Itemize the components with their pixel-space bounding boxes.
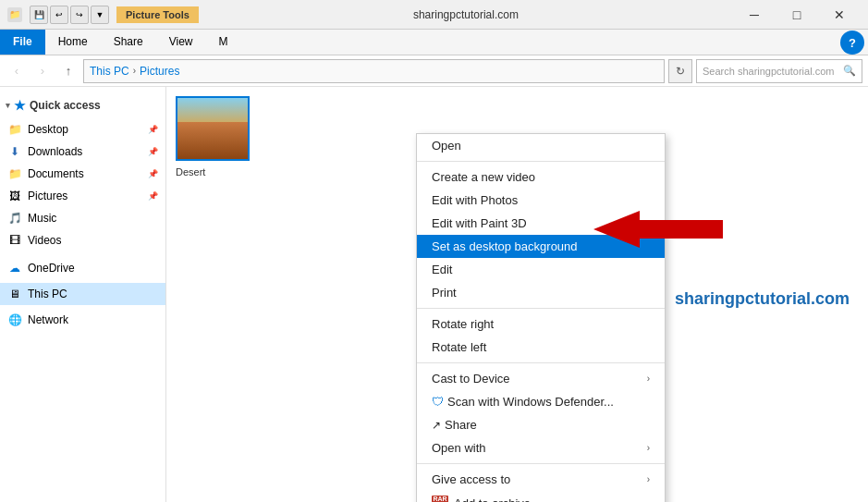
cm-cast[interactable]: Cast to Device › (417, 367, 665, 390)
sidebar-section-quickaccess[interactable]: ▾ ★ Quick access (0, 92, 165, 118)
pin-icon-downloads: 📌 (148, 147, 158, 156)
pin-icon-pictures: 📌 (148, 191, 158, 201)
quick-access-toolbar: 💾 ↩ ↪ ▼ (30, 6, 109, 24)
quick-access-label: Quick access (30, 99, 101, 112)
address-bar[interactable]: This PC › Pictures (83, 59, 665, 83)
window-controls: ─ □ ✕ (733, 0, 861, 30)
cm-print[interactable]: Print (417, 281, 665, 304)
cm-giveaccess-arrow: › (647, 474, 650, 484)
breadcrumb-arrow1: › (133, 66, 136, 76)
desktop-folder-icon: 📁 (7, 122, 22, 137)
help-button[interactable]: ? (840, 31, 864, 55)
sidebar-item-videos[interactable]: 🎞 Videos (0, 229, 165, 251)
thispc-label: This PC (28, 288, 67, 300)
tab-manage[interactable]: M (206, 30, 241, 55)
qat-redo[interactable]: ↪ (70, 6, 89, 24)
thumbnail-land (177, 122, 248, 159)
breadcrumb-thispc[interactable]: This PC (90, 65, 129, 78)
back-button[interactable]: ‹ (6, 60, 28, 82)
sidebar-item-thispc[interactable]: 🖥 This PC (0, 283, 165, 305)
picture-tools-tab[interactable]: Picture Tools (116, 6, 199, 23)
cm-openwith-arrow: › (647, 443, 650, 453)
share-icon: ↗ (432, 419, 441, 432)
title-bar: 📁 💾 ↩ ↪ ▼ Picture Tools sharingpctutoria… (0, 0, 868, 30)
content-area: Desert Open Create a new video Edit with… (166, 87, 868, 502)
cm-edit[interactable]: Edit (417, 258, 665, 281)
network-icon: 🌐 (7, 312, 22, 327)
chevron-quickaccess: ▾ (6, 101, 10, 110)
cm-create-video[interactable]: Create a new video (417, 165, 665, 189)
minimize-button[interactable]: ─ (733, 0, 776, 30)
watermark-text: sharingpctutorial.com (675, 288, 850, 308)
window-title: sharingpctutorial.com (199, 8, 733, 21)
music-icon: 🎵 (7, 211, 22, 226)
forward-button[interactable]: › (31, 60, 54, 82)
thumbnail-container: Desert (176, 96, 250, 161)
tab-file[interactable]: File (0, 30, 45, 55)
sidebar-item-desktop[interactable]: 📁 Desktop 📌 (0, 118, 165, 141)
sidebar-item-onedrive[interactable]: ☁ OneDrive (0, 257, 165, 279)
cm-give-access[interactable]: Give access to › (417, 468, 665, 491)
videos-label: Videos (28, 234, 61, 247)
pin-icon-desktop: 📌 (148, 125, 158, 134)
cm-sep2 (417, 308, 665, 309)
refresh-button[interactable]: ↻ (668, 59, 692, 83)
cm-open-with[interactable]: Open with › (417, 436, 665, 459)
up-button[interactable]: ↑ (57, 60, 79, 82)
qat-undo[interactable]: ↩ (50, 6, 68, 24)
arrow-annotation (593, 209, 741, 250)
rar-icon-1: RAR (432, 496, 448, 502)
music-label: Music (28, 212, 56, 225)
qat-dropdown[interactable]: ▼ (91, 6, 109, 24)
context-menu: Open Create a new video Edit with Photos… (416, 133, 666, 502)
sidebar-item-pictures[interactable]: 🖼 Pictures 📌 (0, 185, 165, 207)
sidebar-item-downloads[interactable]: ⬇ Downloads 📌 (0, 141, 165, 163)
desktop-label: Desktop (28, 123, 68, 136)
downloads-folder-icon: ⬇ (7, 144, 22, 159)
app-icon-area: 📁 (7, 7, 22, 22)
qat-save[interactable]: 💾 (30, 6, 48, 24)
sidebar-item-documents[interactable]: 📁 Documents 📌 (0, 163, 165, 185)
cm-share[interactable]: ↗ Share (417, 413, 665, 436)
documents-label: Documents (28, 167, 84, 180)
search-bar[interactable]: Search sharingpctutorial.com 🔍 (696, 59, 862, 83)
network-label: Network (28, 313, 68, 326)
tab-view[interactable]: View (156, 30, 206, 55)
cm-sep1 (417, 161, 665, 162)
cm-open[interactable]: Open (417, 134, 665, 157)
close-button[interactable]: ✕ (818, 0, 861, 30)
pin-icon-documents: 📌 (148, 169, 158, 178)
tab-share[interactable]: Share (101, 30, 156, 55)
onedrive-label: OneDrive (28, 262, 75, 275)
thumbnail-label: Desert (176, 166, 205, 178)
arrow-shape (593, 211, 723, 248)
tab-home[interactable]: Home (45, 30, 101, 55)
ribbon: File Home Share View M ? (0, 30, 868, 55)
cm-sep4 (417, 463, 665, 464)
documents-folder-icon: 📁 (7, 166, 22, 181)
search-placeholder: Search sharingpctutorial.com (703, 66, 834, 77)
sidebar-item-music[interactable]: 🎵 Music (0, 207, 165, 229)
app-icon: 📁 (7, 7, 22, 22)
cm-cast-arrow: › (647, 373, 650, 384)
search-icon: 🔍 (843, 65, 856, 77)
desert-thumbnail[interactable] (176, 96, 250, 161)
cm-rotate-left[interactable]: Rotate left (417, 336, 665, 359)
onedrive-icon: ☁ (7, 261, 22, 275)
downloads-label: Downloads (28, 145, 82, 158)
quickaccess-star-icon: ★ (14, 98, 26, 113)
cm-rotate-right[interactable]: Rotate right (417, 312, 665, 336)
cm-scan[interactable]: 🛡 Scan with Windows Defender... (417, 390, 665, 413)
pictures-label: Pictures (28, 190, 67, 202)
breadcrumb-pictures[interactable]: Pictures (140, 65, 179, 78)
sidebar-item-network[interactable]: 🌐 Network (0, 309, 165, 331)
cm-add-archive[interactable]: RAR Add to archive... (417, 491, 665, 502)
pictures-folder-icon: 🖼 (7, 189, 22, 203)
arrow-svg (593, 209, 741, 250)
maximize-button[interactable]: □ (776, 0, 818, 30)
sidebar: ▾ ★ Quick access 📁 Desktop 📌 ⬇ Downloads… (0, 87, 166, 502)
cm-sep3 (417, 362, 665, 363)
toolbar-row: ‹ › ↑ This PC › Pictures ↻ Search sharin… (0, 55, 868, 87)
videos-icon: 🎞 (7, 233, 22, 248)
main-layout: ▾ ★ Quick access 📁 Desktop 📌 ⬇ Downloads… (0, 87, 868, 502)
